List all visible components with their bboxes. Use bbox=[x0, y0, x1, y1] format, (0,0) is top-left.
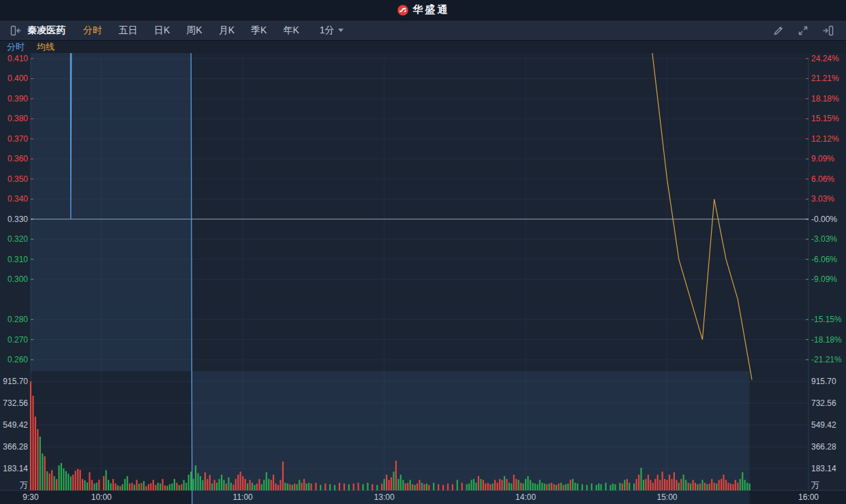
volume-bar bbox=[247, 484, 248, 490]
volume-bar bbox=[44, 456, 46, 490]
volume-bar bbox=[462, 483, 463, 490]
volume-bar bbox=[506, 479, 507, 490]
volume-bar bbox=[294, 484, 295, 490]
price-axis-label: 0.270 bbox=[7, 335, 28, 345]
panel-collapse-left-icon[interactable] bbox=[7, 23, 25, 38]
volume-bar bbox=[501, 480, 502, 490]
stock-name[interactable]: 秦凌医药 bbox=[27, 25, 65, 37]
volume-bar bbox=[737, 483, 738, 490]
volume-bar bbox=[358, 483, 359, 490]
percent-axis-label: 21.21% bbox=[811, 74, 839, 83]
volume-bar bbox=[714, 483, 715, 490]
volume-bar bbox=[614, 484, 616, 490]
volume-bar bbox=[704, 483, 706, 490]
volume-bar bbox=[46, 471, 48, 490]
tab-5day[interactable]: 五日 bbox=[119, 25, 138, 37]
volume-bar bbox=[680, 479, 682, 490]
volume-bar bbox=[397, 479, 399, 490]
volume-bar bbox=[727, 483, 729, 490]
tab-yearly-k[interactable]: 年K bbox=[283, 25, 299, 37]
volume-bar bbox=[662, 471, 663, 490]
volume-bar bbox=[426, 484, 427, 490]
volume-bar bbox=[65, 471, 67, 490]
volume-bar bbox=[287, 484, 288, 490]
volume-bar bbox=[226, 484, 227, 490]
volume-bar bbox=[362, 484, 363, 490]
legend-item-fenshi[interactable]: 分时 bbox=[7, 41, 25, 53]
volume-bar bbox=[129, 484, 130, 490]
volume-bar bbox=[245, 479, 246, 490]
volume-bar bbox=[468, 484, 470, 490]
volume-bar bbox=[659, 480, 661, 490]
volume-bar bbox=[591, 484, 592, 490]
title-bar: 华盛通 bbox=[0, 0, 846, 20]
chevron-down-icon bbox=[338, 29, 344, 32]
volume-bar bbox=[193, 479, 194, 490]
volume-bar bbox=[372, 484, 373, 490]
interval-dropdown[interactable]: 1分 bbox=[320, 25, 344, 37]
tab-weekly-k[interactable]: 周K bbox=[186, 25, 202, 37]
volume-bar bbox=[367, 483, 368, 490]
volume-bar bbox=[605, 483, 607, 490]
percent-axis-label: -3.03% bbox=[811, 234, 837, 244]
volume-axis-label: 549.42 bbox=[3, 420, 28, 430]
chart-area[interactable]: 0.41024.24%0.40021.21%0.39018.18%0.38015… bbox=[0, 53, 846, 504]
volume-bar bbox=[119, 486, 121, 490]
volume-bar bbox=[447, 484, 449, 490]
volume-bar bbox=[277, 485, 279, 490]
fullscreen-icon[interactable] bbox=[794, 23, 812, 38]
volume-bar bbox=[690, 484, 691, 490]
volume-bar bbox=[428, 485, 429, 490]
volume-bar bbox=[320, 485, 321, 490]
volume-bar bbox=[560, 483, 562, 490]
volume-bar bbox=[509, 483, 510, 490]
volume-bar bbox=[250, 480, 251, 490]
volume-bar bbox=[110, 484, 112, 491]
legend-item-junxian[interactable]: 均线 bbox=[37, 41, 55, 53]
percent-axis-label: 9.09% bbox=[811, 154, 834, 163]
volume-bar bbox=[96, 483, 97, 490]
volume-bar bbox=[384, 479, 385, 490]
minute-chart-canvas[interactable]: 0.41024.24%0.40021.21%0.39018.18%0.38015… bbox=[0, 53, 846, 504]
volume-bar bbox=[485, 484, 486, 490]
tab-daily-k[interactable]: 日K bbox=[154, 25, 170, 37]
volume-bar bbox=[143, 481, 145, 490]
volume-bar bbox=[150, 484, 151, 491]
volume-bar bbox=[549, 484, 550, 490]
volume-bar bbox=[268, 479, 269, 490]
huasheng-logo-icon bbox=[397, 4, 409, 16]
volume-bar bbox=[541, 483, 543, 490]
tab-monthly-k[interactable]: 月K bbox=[219, 25, 235, 37]
volume-bar bbox=[271, 480, 272, 490]
volume-bar bbox=[457, 480, 458, 490]
price-axis-label: 0.350 bbox=[7, 174, 28, 184]
edit-icon[interactable] bbox=[770, 23, 787, 38]
volume-bar bbox=[315, 483, 316, 490]
volume-bar bbox=[721, 479, 722, 490]
volume-bar bbox=[216, 483, 217, 490]
tab-quarterly-k[interactable]: 季K bbox=[251, 25, 267, 37]
tab-fenshi[interactable]: 分时 bbox=[83, 25, 102, 37]
volume-bar bbox=[188, 475, 190, 490]
volume-bar bbox=[176, 483, 177, 490]
volume-bar bbox=[648, 475, 649, 490]
volume-bar bbox=[643, 480, 644, 490]
price-axis-label: 0.340 bbox=[7, 194, 28, 204]
volume-bar bbox=[211, 484, 213, 490]
volume-axis-label: 549.42 bbox=[811, 420, 836, 430]
volume-bar bbox=[709, 484, 710, 490]
volume-bar bbox=[207, 479, 208, 490]
volume-bar bbox=[171, 484, 172, 490]
volume-axis-label: 366.28 bbox=[811, 442, 836, 452]
volume-bar bbox=[155, 485, 156, 490]
volume-bar bbox=[669, 475, 670, 490]
volume-bar bbox=[112, 479, 114, 490]
app-title: 华盛通 bbox=[413, 3, 450, 16]
volume-bar bbox=[556, 485, 557, 490]
volume-bar bbox=[299, 480, 300, 490]
volume-bar bbox=[412, 484, 413, 490]
price-axis-label: 0.300 bbox=[7, 274, 28, 284]
panel-collapse-right-icon[interactable] bbox=[819, 23, 836, 38]
volume-bar bbox=[483, 480, 484, 490]
volume-axis-label: 915.70 bbox=[811, 377, 836, 386]
